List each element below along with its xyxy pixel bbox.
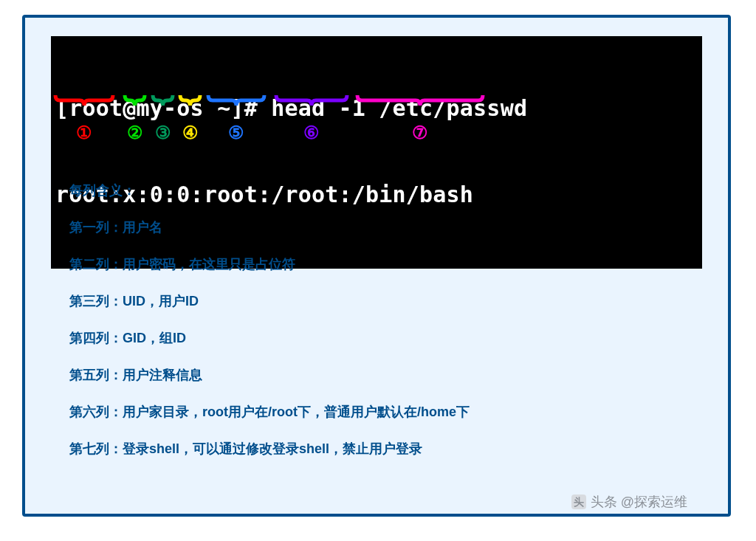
brace-icon [208, 95, 264, 106]
field-number: ① [69, 123, 99, 143]
brace-icon [55, 95, 113, 106]
explanation-block: 每列含义： 第一列：用户名 第二列：用户密码，在这里只是占位符 第三列：UID，… [69, 184, 470, 479]
explanation-item: 第二列：用户密码，在这里只是占位符 [69, 258, 470, 271]
svg-text:头: 头 [574, 496, 584, 508]
field-number: ② [120, 123, 150, 143]
field-number: ⑤ [221, 123, 251, 143]
field-number: ⑥ [297, 123, 326, 143]
explanation-item: 第四列：GID，组ID [69, 331, 470, 345]
diagram-canvas: [root@my-os ~]# head -1 /etc/passwd root… [22, 15, 731, 517]
explanation-header: 每列含义： [69, 184, 470, 197]
explanation-item: 第三列：UID，用户ID [69, 294, 470, 308]
brace-icon [180, 95, 200, 106]
explanation-item: 第七列：登录shell，可以通过修改登录shell，禁止用户登录 [69, 442, 470, 455]
field-braces [51, 95, 708, 125]
watermark-text: 头条 @探索运维 [591, 493, 687, 511]
field-number-labels: ①②③④⑤⑥⑦ [51, 123, 708, 152]
explanation-item: 第六列：用户家目录，root用户在/root下，普通用户默认在/home下 [69, 405, 470, 418]
watermark: 头 头条 @探索运维 [571, 493, 687, 511]
brace-icon [357, 95, 483, 106]
explanation-item: 第五列：用户注释信息 [69, 368, 470, 382]
field-number: ③ [148, 123, 178, 143]
watermark-icon: 头 [571, 495, 586, 509]
field-number: ④ [176, 123, 205, 143]
brace-icon [125, 95, 145, 106]
brace-icon [153, 95, 173, 106]
field-number: ⑦ [405, 123, 435, 143]
brace-icon [276, 95, 347, 106]
explanation-item: 第一列：用户名 [69, 221, 470, 234]
